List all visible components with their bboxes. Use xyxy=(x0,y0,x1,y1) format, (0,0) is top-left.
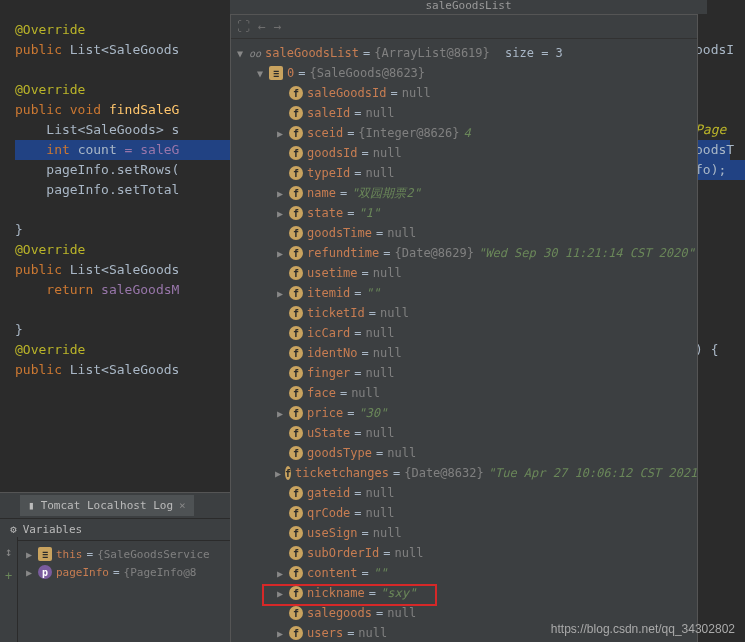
field-salegoods[interactable]: ▶fsalegoods = null xyxy=(231,603,697,623)
close-icon[interactable]: × xyxy=(179,499,186,512)
field-value: null xyxy=(358,626,387,640)
field-value: null xyxy=(366,326,395,340)
field-goodsTime[interactable]: ▶fgoodsTime = null xyxy=(231,223,697,243)
field-value: null xyxy=(380,306,409,320)
vars-toolbar: ↕ + xyxy=(0,537,18,642)
field-name: icCard xyxy=(307,326,350,340)
field-name: users xyxy=(307,626,343,640)
chevron-right-icon[interactable]: ▶ xyxy=(24,567,34,578)
field-value: null xyxy=(366,506,395,520)
field-badge: f xyxy=(289,426,303,440)
field-content[interactable]: ▶fcontent = "" xyxy=(231,563,697,583)
field-saleId[interactable]: ▶fsaleId = null xyxy=(231,103,697,123)
add-watch-icon[interactable]: + xyxy=(5,569,12,583)
debug-tool-window: ▮ Tomcat Localhost Log × ⚙ Variables ↕ +… xyxy=(0,492,230,642)
chevron-right-icon[interactable]: ▶ xyxy=(275,468,281,479)
field-icCard[interactable]: ▶ficCard = null xyxy=(231,323,697,343)
field-name: gateid xyxy=(307,486,350,500)
chevron-right-icon[interactable]: ▶ xyxy=(275,188,285,199)
chevron-right-icon[interactable]: ▶ xyxy=(275,208,285,219)
field-goodsType[interactable]: ▶fgoodsType = null xyxy=(231,443,697,463)
field-name: state xyxy=(307,206,343,220)
field-badge: f xyxy=(289,606,303,620)
field-itemid[interactable]: ▶fitemid = "" xyxy=(231,283,697,303)
expand-icon[interactable]: ↕ xyxy=(5,545,12,559)
field-name: price xyxy=(307,406,343,420)
field-badge: f xyxy=(289,406,303,420)
chevron-right-icon[interactable]: ▶ xyxy=(24,549,34,560)
field-value: null xyxy=(351,386,380,400)
field-meta: {Date@8629} xyxy=(394,246,473,260)
element-0-node[interactable]: ▼ ≡ 0 = {SaleGoods@8623} xyxy=(231,63,697,83)
field-name: goodsType xyxy=(307,446,372,460)
field-name: identNo xyxy=(307,346,358,360)
field-name: ticketId xyxy=(307,306,365,320)
field-nickname[interactable]: ▶fnickname = "sxy" xyxy=(231,583,697,603)
field-badge: f xyxy=(289,346,303,360)
field-goodsId[interactable]: ▶fgoodsId = null xyxy=(231,143,697,163)
field-name: subOrderId xyxy=(307,546,379,560)
variables-pane[interactable]: ▶ ≡ this = {SaleGoodsService ▶ p pageInf… xyxy=(0,541,230,585)
field-badge: f xyxy=(289,206,303,220)
field-qrCode[interactable]: ▶fqrCode = null xyxy=(231,503,697,523)
var-this[interactable]: ▶ ≡ this = {SaleGoodsService xyxy=(4,545,226,563)
field-badge: f xyxy=(289,306,303,320)
field-badge: f xyxy=(289,246,303,260)
tab-label: Tomcat Localhost Log xyxy=(41,499,173,512)
field-value: "sxy" xyxy=(380,586,416,600)
field-gateid[interactable]: ▶fgateid = null xyxy=(231,483,697,503)
field-name[interactable]: ▶fname = "双园期票2" xyxy=(231,183,697,203)
field-badge: f xyxy=(289,226,303,240)
field-useSign[interactable]: ▶fuseSign = null xyxy=(231,523,697,543)
field-refundtime[interactable]: ▶frefundtime = {Date@8629} "Wed Sep 30 1… xyxy=(231,243,697,263)
field-subOrderId[interactable]: ▶fsubOrderId = null xyxy=(231,543,697,563)
annotation: @Override xyxy=(15,22,85,37)
field-value: null xyxy=(373,146,402,160)
field-price[interactable]: ▶fprice = "30" xyxy=(231,403,697,423)
field-saleGoodsId[interactable]: ▶fsaleGoodsId = null xyxy=(231,83,697,103)
chevron-right-icon[interactable]: ▶ xyxy=(275,628,285,639)
field-ticketchanges[interactable]: ▶fticketchanges = {Date@8632} "Tue Apr 2… xyxy=(231,463,697,483)
chevron-right-icon[interactable]: ▶ xyxy=(275,248,285,259)
right-code-fragment: oodsI Page oodsT fo); ) { xyxy=(695,0,745,360)
field-value: null xyxy=(402,86,431,100)
field-badge: f xyxy=(289,166,303,180)
field-badge: f xyxy=(289,86,303,100)
field-uState[interactable]: ▶fuState = null xyxy=(231,423,697,443)
chevron-right-icon[interactable]: ▶ xyxy=(275,288,285,299)
server-icon: ▮ xyxy=(28,499,35,512)
field-value: "Tue Apr 27 10:06:12 CST 2021" xyxy=(488,466,697,480)
field-state[interactable]: ▶fstate = "1" xyxy=(231,203,697,223)
field-badge: f xyxy=(289,266,303,280)
field-usetime[interactable]: ▶fusetime = null xyxy=(231,263,697,283)
chevron-right-icon[interactable]: ▶ xyxy=(275,568,285,579)
field-name: face xyxy=(307,386,336,400)
chevron-down-icon[interactable]: ▼ xyxy=(255,68,265,79)
field-name: finger xyxy=(307,366,350,380)
field-finger[interactable]: ▶ffinger = null xyxy=(231,363,697,383)
field-face[interactable]: ▶fface = null xyxy=(231,383,697,403)
variable-tree[interactable]: ▼ oo saleGoodsList = {ArrayList@8619} si… xyxy=(231,39,697,642)
chevron-right-icon[interactable]: ▶ xyxy=(275,128,285,139)
root-node[interactable]: ▼ oo saleGoodsList = {ArrayList@8619} si… xyxy=(231,43,697,63)
field-value: "30" xyxy=(358,406,387,420)
variables-header: ⚙ Variables xyxy=(0,519,230,541)
field-sceid[interactable]: ▶fsceid = {Integer@8626} 4 xyxy=(231,123,697,143)
tab-tomcat-log[interactable]: ▮ Tomcat Localhost Log × xyxy=(20,495,194,516)
var-pageinfo[interactable]: ▶ p pageInfo = {PageInfo@8 xyxy=(4,563,226,581)
field-value: null xyxy=(387,446,416,460)
nav-back-icon[interactable]: ← xyxy=(258,19,266,34)
field-typeId[interactable]: ▶ftypeId = null xyxy=(231,163,697,183)
chevron-right-icon[interactable]: ▶ xyxy=(275,408,285,419)
collapse-icon[interactable]: ⛶ xyxy=(237,19,250,34)
field-identNo[interactable]: ▶fidentNo = null xyxy=(231,343,697,363)
field-name: itemid xyxy=(307,286,350,300)
chevron-down-icon[interactable]: ▼ xyxy=(235,48,245,59)
field-name: name xyxy=(307,186,336,200)
field-badge: f xyxy=(289,526,303,540)
field-name: sceid xyxy=(307,126,343,140)
chevron-right-icon[interactable]: ▶ xyxy=(275,588,285,599)
field-ticketId[interactable]: ▶fticketId = null xyxy=(231,303,697,323)
field-name: usetime xyxy=(307,266,358,280)
nav-forward-icon[interactable]: → xyxy=(274,19,282,34)
